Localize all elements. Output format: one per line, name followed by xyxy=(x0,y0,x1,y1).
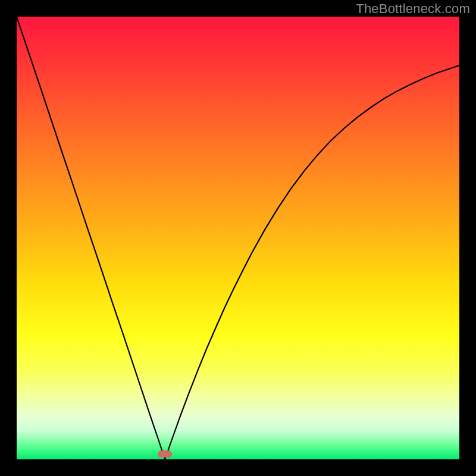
plot-area xyxy=(17,17,459,459)
curve-svg xyxy=(17,17,459,459)
bottleneck-curve xyxy=(17,17,459,459)
optimal-point-marker xyxy=(158,450,172,458)
chart-container: TheBottleneck.com xyxy=(0,0,476,476)
watermark-text: TheBottleneck.com xyxy=(356,1,470,17)
